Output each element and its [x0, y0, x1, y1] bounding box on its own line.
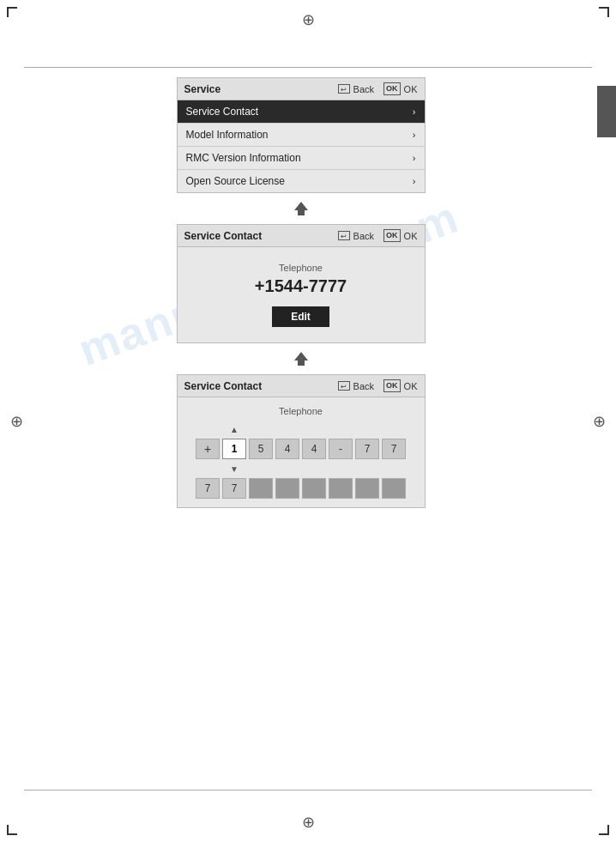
key-7a[interactable]: 7 [355, 439, 379, 459]
edit-panel: Service Contact ↩ Back OK OK Telephone ▲ [177, 374, 426, 508]
top-rule [24, 67, 592, 68]
menu-label-license: Open Source License [186, 175, 285, 187]
up-arrow[interactable]: ▲ [222, 423, 246, 435]
svg-marker-0 [294, 202, 308, 215]
service-panel: Service ↩ Back OK OK Service Contact › M… [177, 77, 426, 193]
sidebar-tab [597, 86, 616, 137]
arrow-2 [289, 343, 313, 374]
back-icon-3: ↩ [338, 381, 350, 391]
key-5[interactable]: 5 [249, 439, 273, 459]
edit-panel-title: Service Contact [184, 380, 263, 392]
ok-box: OK [383, 82, 401, 95]
ok-label-3: OK [404, 381, 418, 391]
ok-label: OK [404, 84, 418, 94]
crosshair-bottom: ⊕ [302, 813, 315, 832]
svg-marker-1 [294, 352, 308, 366]
key-row-1: + 1 5 4 4 - 7 7 [196, 439, 406, 459]
service-panel-title: Service [184, 83, 221, 95]
corner-mark-tl [7, 7, 17, 17]
key-4b[interactable]: 4 [302, 439, 326, 459]
key-1[interactable]: 1 [222, 439, 246, 459]
down-arrow[interactable]: ▼ [222, 463, 246, 475]
service-contact-panel: Service Contact ↩ Back OK OK Telephone +… [177, 224, 426, 343]
back-icon: ↩ [338, 84, 350, 94]
ok-box-3: OK [383, 379, 401, 392]
key-7b[interactable]: 7 [382, 439, 406, 459]
arrow-1 [289, 193, 313, 224]
key-empty-1 [249, 478, 273, 499]
edit-button[interactable]: Edit [272, 306, 329, 327]
menu-item-rmc[interactable]: RMC Version Information › [178, 147, 425, 170]
crosshair-top: ⊕ [302, 10, 315, 29]
menu-label-model-info: Model Information [186, 129, 269, 141]
chevron-license: › [413, 176, 416, 186]
key-7c[interactable]: 7 [196, 478, 220, 499]
back-label: Back [353, 84, 374, 94]
menu-label-rmc: RMC Version Information [186, 152, 301, 164]
key-4a[interactable]: 4 [275, 439, 299, 459]
edit-panel-nav: ↩ Back OK OK [338, 379, 418, 392]
edit-telephone-label: Telephone [184, 406, 418, 416]
corner-mark-br [599, 825, 609, 835]
crosshair-right: ⊕ [593, 412, 606, 431]
telephone-number: +1544-7777 [186, 276, 416, 296]
menu-label-service-contact: Service Contact [186, 106, 259, 118]
ok-box-2: OK [383, 229, 401, 242]
corner-mark-bl [7, 825, 17, 835]
service-contact-title: Service Contact [184, 230, 263, 242]
back-label-2: Back [353, 231, 374, 241]
service-panel-nav: ↩ Back OK OK [338, 82, 418, 95]
menu-item-service-contact[interactable]: Service Contact › [178, 100, 425, 124]
bottom-rule [24, 790, 592, 791]
key-empty-5 [355, 478, 379, 499]
back-icon-2: ↩ [338, 231, 350, 240]
back-label-3: Back [353, 381, 374, 391]
key-7d[interactable]: 7 [222, 478, 246, 499]
edit-panel-header: Service Contact ↩ Back OK OK [178, 375, 425, 397]
key-dash[interactable]: - [329, 439, 353, 459]
corner-mark-tr [599, 7, 609, 17]
chevron-service-contact: › [413, 106, 416, 117]
chevron-rmc: › [413, 153, 416, 163]
down-arrow-row: ▼ [196, 463, 406, 475]
up-arrow-row: ▲ [196, 423, 406, 435]
telephone-label: Telephone [186, 263, 416, 273]
key-grid: ▲ + 1 5 4 4 - 7 7 [184, 423, 418, 499]
contact-body: Telephone +1544-7777 Edit [178, 247, 425, 342]
service-contact-nav: ↩ Back OK OK [338, 229, 418, 242]
key-plus[interactable]: + [196, 439, 220, 459]
edit-body: Telephone ▲ + 1 5 4 [178, 397, 425, 507]
key-empty-6 [382, 478, 406, 499]
service-contact-header: Service Contact ↩ Back OK OK [178, 225, 425, 247]
ok-label-2: OK [404, 231, 418, 241]
key-row-2: 7 7 [196, 478, 406, 499]
crosshair-left: ⊕ [10, 412, 23, 431]
key-empty-2 [275, 478, 299, 499]
menu-item-license[interactable]: Open Source License › [178, 170, 425, 192]
menu-item-model-info[interactable]: Model Information › [178, 124, 425, 147]
key-empty-4 [329, 478, 353, 499]
service-panel-header: Service ↩ Back OK OK [178, 78, 425, 100]
content-area: Service ↩ Back OK OK Service Contact › M… [24, 77, 577, 508]
key-empty-3 [302, 478, 326, 499]
chevron-model-info: › [413, 130, 416, 140]
